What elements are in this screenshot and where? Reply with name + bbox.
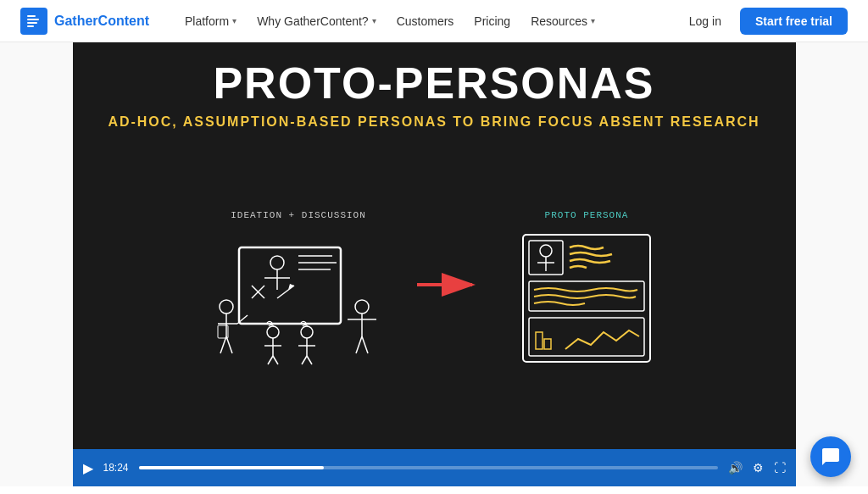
- logo[interactable]: GatherContent: [20, 8, 149, 35]
- fullscreen-icon[interactable]: ⛶: [774, 461, 786, 475]
- video-subtitle: AD-HOC, ASSUMPTION-BASED PERSONAS TO BRI…: [108, 114, 760, 130]
- sketch-left: IDEATION + DISCUSSION: [214, 210, 383, 366]
- bottom-section: About this webinar recording Who is the …: [0, 486, 868, 494]
- svg-point-41: [540, 245, 552, 257]
- svg-rect-2: [27, 22, 37, 24]
- nav-customers-label: Customers: [397, 14, 454, 28]
- svg-line-25: [356, 336, 362, 353]
- video-controls: ▶ 18:24 🔊 ⚙ ⛶: [73, 449, 796, 486]
- start-trial-button[interactable]: Start free trial: [740, 8, 848, 35]
- nav-right: Log in Start free trial: [681, 8, 848, 35]
- navbar: GatherContent Platform ▾ Why GatherConte…: [0, 0, 868, 42]
- video-timestamp: 18:24: [103, 462, 129, 474]
- chevron-down-icon: ▾: [591, 16, 595, 25]
- nav-resources-label: Resources: [531, 14, 587, 28]
- svg-point-15: [220, 300, 233, 314]
- sketch-left-label: IDEATION + DISCUSSION: [231, 210, 366, 220]
- nav-links: Platform ▾ Why GatherContent? ▾ Customer…: [176, 9, 681, 33]
- svg-rect-3: [27, 25, 34, 27]
- nav-pricing-label: Pricing: [474, 14, 510, 28]
- svg-point-32: [301, 326, 313, 338]
- svg-point-8: [270, 256, 284, 269]
- svg-line-19: [226, 336, 232, 353]
- nav-why-label: Why GatherContent?: [257, 14, 369, 28]
- nav-item-pricing[interactable]: Pricing: [465, 9, 519, 33]
- chat-bubble-button[interactable]: [810, 436, 851, 477]
- svg-point-22: [355, 300, 369, 314]
- logo-icon: [20, 8, 47, 35]
- video-container: PROTO-PERSONAS AD-HOC, ASSUMPTION-BASED …: [73, 42, 796, 486]
- proto-persona-sketch: [519, 230, 654, 366]
- video-wrapper[interactable]: PROTO-PERSONAS AD-HOC, ASSUMPTION-BASED …: [73, 42, 796, 449]
- logo-text: GatherContent: [54, 14, 149, 29]
- sketch-right: PROTO PERSONA: [519, 210, 654, 366]
- nav-platform-label: Platform: [185, 14, 229, 28]
- nav-item-resources[interactable]: Resources ▾: [522, 9, 604, 33]
- video-sketch-area: IDEATION + DISCUSSION: [90, 143, 779, 432]
- svg-line-31: [273, 356, 278, 364]
- login-button[interactable]: Log in: [681, 9, 730, 33]
- svg-rect-1: [27, 19, 39, 20]
- svg-rect-47: [544, 339, 551, 349]
- settings-icon[interactable]: ⚙: [753, 461, 764, 475]
- nav-item-why[interactable]: Why GatherContent? ▾: [248, 9, 385, 33]
- chevron-down-icon: ▾: [232, 16, 236, 25]
- svg-rect-44: [529, 281, 644, 311]
- chat-icon: [821, 447, 841, 467]
- sketch-right-label: PROTO PERSONA: [545, 210, 629, 220]
- sketch-arrow: [417, 264, 485, 311]
- svg-rect-46: [536, 332, 542, 349]
- nav-item-customers[interactable]: Customers: [388, 9, 463, 33]
- svg-point-27: [267, 326, 279, 338]
- nav-item-platform[interactable]: Platform ▾: [176, 9, 245, 33]
- volume-icon[interactable]: 🔊: [728, 461, 743, 475]
- main-content: PROTO-PERSONAS AD-HOC, ASSUMPTION-BASED …: [0, 42, 868, 494]
- play-button[interactable]: ▶: [83, 460, 93, 476]
- video-content: PROTO-PERSONAS AD-HOC, ASSUMPTION-BASED …: [73, 42, 796, 449]
- svg-rect-45: [529, 318, 644, 356]
- video-title: PROTO-PERSONAS: [213, 59, 654, 108]
- svg-line-13: [277, 286, 294, 298]
- svg-line-26: [362, 336, 368, 353]
- svg-rect-0: [27, 15, 36, 17]
- svg-line-36: [307, 356, 312, 364]
- progress-fill: [139, 466, 325, 469]
- svg-line-30: [268, 356, 273, 364]
- chevron-down-icon: ▾: [372, 16, 376, 25]
- ideation-sketch: [214, 230, 383, 366]
- svg-line-35: [302, 356, 307, 364]
- progress-bar[interactable]: [139, 466, 718, 469]
- svg-line-18: [220, 336, 226, 353]
